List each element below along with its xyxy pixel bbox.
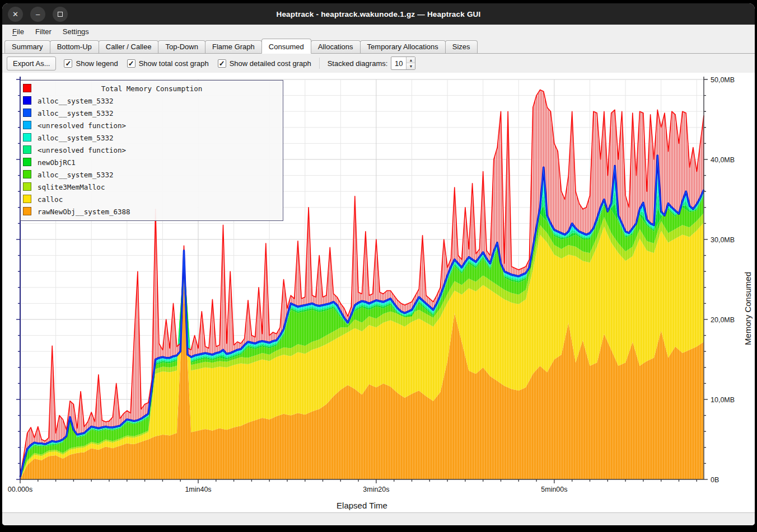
checkbox-group: ✓Show legend✓Show total cost graph✓Show … <box>64 59 311 68</box>
legend-title-row: Total Memory Consumption <box>21 82 283 95</box>
tab-consumed[interactable]: Consumed <box>261 39 311 54</box>
spin-up-icon[interactable]: ▲ <box>406 57 415 63</box>
tab-temporary-allocations[interactable]: Temporary Allocations <box>360 40 446 53</box>
legend-swatch <box>23 195 31 203</box>
title-bar[interactable]: ✕– Heaptrack - heaptrack.wakunode.1.gz —… <box>2 3 755 25</box>
checkbox-icon: ✓ <box>127 59 135 68</box>
menu-file[interactable]: File <box>7 26 30 37</box>
x-axis-title: Elapsed Time <box>2 501 722 510</box>
checkbox-show-detailed-cost-graph[interactable]: ✓Show detailed cost graph <box>218 59 311 68</box>
svg-text:30,0MB: 30,0MB <box>711 236 735 244</box>
toolbar-separator <box>319 58 320 69</box>
maximize-icon <box>58 12 63 17</box>
legend-item: calloc <box>21 193 283 205</box>
svg-text:3min20s: 3min20s <box>363 486 389 493</box>
tab-bar: SummaryBottom-UpCaller / CalleeTop-DownF… <box>2 39 755 54</box>
checkbox-show-total-cost-graph[interactable]: ✓Show total cost graph <box>127 59 209 68</box>
checkbox-label: Show detailed cost graph <box>230 59 311 68</box>
legend-swatch <box>23 109 31 117</box>
svg-text:5min00s: 5min00s <box>541 486 567 493</box>
spin-down-icon[interactable]: ▼ <box>406 63 415 69</box>
tab-caller-callee[interactable]: Caller / Callee <box>99 40 159 53</box>
window-title: Heaptrack - heaptrack.wakunode.1.gz — He… <box>276 10 480 18</box>
svg-text:20,0MB: 20,0MB <box>711 316 735 324</box>
toolbar: Export As... ✓Show legend✓Show total cos… <box>2 54 755 73</box>
chart-legend: Total Memory Consumptionalloc__system_53… <box>20 80 283 221</box>
svg-text:10,0MB: 10,0MB <box>711 396 735 404</box>
legend-swatch <box>23 84 31 92</box>
legend-swatch <box>23 145 31 154</box>
legend-item: rawNewObj__system_6388 <box>21 205 283 218</box>
legend-item-label: alloc__system_5332 <box>38 97 113 105</box>
heaptrack-window: ✕– Heaptrack - heaptrack.wakunode.1.gz —… <box>2 3 755 525</box>
checkbox-label: Show total cost graph <box>139 59 209 68</box>
window-controls: ✕– <box>8 3 68 25</box>
legend-item: newObjRC1 <box>21 156 283 168</box>
menu-bar: FileFilterSettings <box>2 25 755 39</box>
legend-item-label: alloc__system_5332 <box>38 134 113 142</box>
legend-item-label: <unresolved function> <box>38 121 126 130</box>
checkbox-label: Show legend <box>76 59 118 68</box>
close-button[interactable]: ✕ <box>8 7 23 22</box>
legend-item-label: calloc <box>38 195 63 204</box>
legend-swatch <box>23 96 31 105</box>
legend-item-label: alloc__system_5332 <box>38 109 113 117</box>
legend-item-label: <unresolved function> <box>38 146 126 154</box>
legend-item: alloc__system_5332 <box>21 107 283 119</box>
checkbox-icon: ✓ <box>64 59 72 68</box>
spin-buttons: ▲ ▼ <box>406 57 415 69</box>
window-bottom-strip <box>2 513 755 525</box>
stacked-diagrams-value: 10 <box>391 57 406 69</box>
legend-swatch <box>23 158 31 166</box>
checkbox-show-legend[interactable]: ✓Show legend <box>64 59 118 68</box>
svg-text:0B: 0B <box>711 476 719 484</box>
stacked-diagrams-label: Stacked diagrams: <box>328 59 388 68</box>
stacked-diagrams-control: Stacked diagrams: 10 ▲ ▼ <box>328 57 416 70</box>
export-as-button[interactable]: Export As... <box>7 57 56 70</box>
legend-swatch <box>23 182 31 191</box>
maximize-button[interactable] <box>53 7 68 22</box>
legend-item-label: alloc__system_5332 <box>38 171 113 179</box>
legend-item-label: sqlite3MemMalloc <box>38 183 105 191</box>
legend-swatch <box>23 170 31 178</box>
legend-item: sqlite3MemMalloc <box>21 181 283 193</box>
legend-title: Total Memory Consumption <box>21 84 283 93</box>
legend-item: <unresolved function> <box>21 144 283 156</box>
consumed-chart-panel: 0B10,0MB20,0MB30,0MB40,0MB50,0MB00.000s1… <box>2 73 755 513</box>
legend-item: alloc__system_5332 <box>21 131 283 144</box>
menu-filter[interactable]: Filter <box>30 26 57 37</box>
tab-bottom-up[interactable]: Bottom-Up <box>50 40 99 53</box>
svg-text:00.000s: 00.000s <box>8 486 32 493</box>
tab-summary[interactable]: Summary <box>4 40 50 53</box>
legend-item-label: newObjRC1 <box>38 158 76 167</box>
stacked-diagrams-spinbox[interactable]: 10 ▲ ▼ <box>391 57 415 70</box>
legend-swatch <box>23 121 31 129</box>
svg-text:50,0MB: 50,0MB <box>711 76 735 84</box>
legend-item-label: rawNewObj__system_6388 <box>38 208 130 216</box>
checkbox-icon: ✓ <box>218 59 226 68</box>
y-axis-title: Memory Consumed <box>743 272 753 345</box>
svg-text:40,0MB: 40,0MB <box>711 156 735 164</box>
legend-swatch <box>23 207 31 215</box>
legend-swatch <box>23 133 31 142</box>
tab-allocations[interactable]: Allocations <box>311 40 361 53</box>
legend-item: <unresolved function> <box>21 119 283 131</box>
menu-settings[interactable]: Settings <box>57 26 95 37</box>
tab-flame-graph[interactable]: Flame Graph <box>205 40 262 53</box>
legend-item: alloc__system_5332 <box>21 95 283 107</box>
svg-text:1min40s: 1min40s <box>185 486 211 493</box>
minimize-button[interactable]: – <box>30 7 45 22</box>
tab-sizes[interactable]: Sizes <box>445 40 478 53</box>
tab-top-down[interactable]: Top-Down <box>158 40 205 53</box>
legend-item: alloc__system_5332 <box>21 168 283 181</box>
